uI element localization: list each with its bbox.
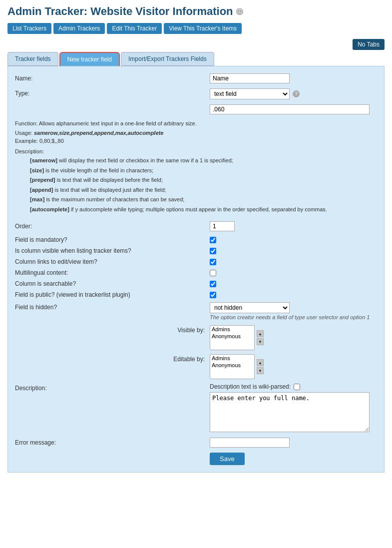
description-field-label: Description: xyxy=(15,383,210,392)
editable-by-listbox[interactable]: Admins Anonymous xyxy=(210,354,255,379)
column-links-checkbox[interactable] xyxy=(210,259,216,265)
searchable-label: Column is searchable? xyxy=(15,280,210,287)
tab-new-tracker-field[interactable]: New tracker field xyxy=(59,52,120,66)
visible-by-listbox[interactable]: Admins Anonymous xyxy=(210,325,255,350)
editable-by-row: Editable by: Admins Anonymous ▲ ▼ xyxy=(15,354,377,379)
order-control xyxy=(210,221,377,231)
option-creator-note: The option creator needs a field of type… xyxy=(210,314,377,320)
options-row xyxy=(15,104,377,114)
admin-trackers-button[interactable]: Admin Trackers xyxy=(53,23,105,34)
mandatory-row: Field is mandatory? xyxy=(15,236,377,243)
description-textarea[interactable]: Please enter you full name. xyxy=(210,392,370,432)
multilingual-checkbox[interactable] xyxy=(210,270,216,276)
hidden-control: not hidden hidden completely hidden The … xyxy=(210,302,377,320)
save-row: Save xyxy=(15,453,377,465)
name-row: Name: xyxy=(15,73,377,83)
column-visible-label: Is column visible when listing tracker i… xyxy=(15,247,210,254)
options-label xyxy=(15,104,210,106)
editable-by-control: Admins Anonymous ▲ ▼ xyxy=(210,354,264,379)
type-label: Type: xyxy=(15,88,210,97)
type-select[interactable]: text field textarea numeric date checkbo… xyxy=(210,88,290,99)
editable-scroll-up[interactable]: ▲ xyxy=(257,359,264,366)
tab-tracker-fields[interactable]: Tracker fields xyxy=(7,52,58,66)
editable-scroll-down[interactable]: ▼ xyxy=(257,367,264,374)
type-help-icon[interactable]: ? xyxy=(293,90,300,97)
list-trackers-button[interactable]: List Trackers xyxy=(7,23,51,34)
error-msg-input[interactable] xyxy=(210,438,290,448)
searchable-checkbox[interactable] xyxy=(210,281,216,287)
visible-by-row: Visible by: Admins Anonymous ▲ ▼ xyxy=(15,325,377,350)
save-button[interactable]: Save xyxy=(210,453,245,465)
visible-scroll-down[interactable]: ▼ xyxy=(257,338,264,345)
visible-scroll-up[interactable]: ▲ xyxy=(257,330,264,337)
view-tracker-items-button[interactable]: View This Tracker's Items xyxy=(164,23,242,34)
visible-by-label: Visible by: xyxy=(15,325,210,334)
options-input[interactable] xyxy=(210,104,370,114)
order-row: Order: xyxy=(15,221,377,231)
page-title: Admin Tracker: Website Visitor Informati… xyxy=(7,5,385,18)
error-msg-label: Error message: xyxy=(15,439,210,446)
no-tabs-button[interactable]: No Tabs xyxy=(353,39,385,50)
hidden-row: Field is hidden? not hidden hidden compl… xyxy=(15,302,377,320)
column-visible-checkbox[interactable] xyxy=(210,248,216,254)
wiki-parsed-row: Description text is wiki-parsed: xyxy=(210,383,377,390)
error-msg-row: Error message: xyxy=(15,438,377,448)
visible-by-control: Admins Anonymous ▲ ▼ xyxy=(210,325,264,350)
column-links-label: Column links to edit/view item? xyxy=(15,258,210,265)
options-control xyxy=(210,104,377,114)
desc-title: Description: xyxy=(15,147,377,156)
wiki-parsed-label: Description text is wiki-parsed: xyxy=(210,383,291,390)
example-line: Example: 0,80,$,,80 xyxy=(15,137,377,145)
multilingual-row: Multilingual content: xyxy=(15,269,377,276)
public-row: Field is public? (viewed in trackerlist … xyxy=(15,291,377,298)
column-links-row: Column links to edit/view item? xyxy=(15,258,377,265)
editable-scrollbar: ▲ ▼ xyxy=(257,359,264,374)
name-input[interactable] xyxy=(210,73,290,83)
mandatory-checkbox[interactable] xyxy=(210,237,216,243)
description-field-row: Description: Description text is wiki-pa… xyxy=(15,383,377,434)
usage-line: Usage: samerow,size,prepend,append,max,a… xyxy=(15,129,377,137)
mandatory-label: Field is mandatory? xyxy=(15,236,210,243)
nav-buttons: List Trackers Admin Trackers Edit This T… xyxy=(7,23,385,34)
desc-indent: [samerow] will display the next field or… xyxy=(15,156,377,213)
name-label: Name: xyxy=(15,73,210,82)
public-checkbox[interactable] xyxy=(210,292,216,298)
tab-import-export[interactable]: Import/Export Trackers Fields xyxy=(121,52,214,66)
wiki-parsed-checkbox[interactable] xyxy=(294,384,300,390)
hidden-select[interactable]: not hidden hidden completely hidden xyxy=(210,302,290,313)
edit-this-tracker-button[interactable]: Edit This Tracker xyxy=(107,23,162,34)
type-control: text field textarea numeric date checkbo… xyxy=(210,88,377,99)
order-input[interactable] xyxy=(210,221,235,231)
func-line: Function: Allows alphanumeric text input… xyxy=(15,119,377,128)
searchable-row: Column is searchable? xyxy=(15,280,377,287)
type-row: Type: text field textarea numeric date c… xyxy=(15,88,377,99)
description-block: Function: Allows alphanumeric text input… xyxy=(15,119,377,213)
multilingual-label: Multilingual content: xyxy=(15,269,210,276)
public-label: Field is public? (viewed in trackerlist … xyxy=(15,291,210,298)
info-icon[interactable]: ⓘ xyxy=(236,8,243,15)
hidden-label: Field is hidden? xyxy=(15,302,210,311)
name-control xyxy=(210,73,377,83)
editable-by-label: Editable by: xyxy=(15,354,210,363)
main-content-box: Name: Type: text field textarea numeric … xyxy=(7,66,385,473)
tabs-bar: Tracker fields New tracker field Import/… xyxy=(7,52,385,66)
visible-scrollbar: ▲ ▼ xyxy=(257,330,264,345)
top-right-area: No Tabs xyxy=(7,39,385,50)
column-visible-row: Is column visible when listing tracker i… xyxy=(15,247,377,254)
description-field-control: Description text is wiki-parsed: Please … xyxy=(210,383,377,434)
order-label: Order: xyxy=(15,221,210,230)
